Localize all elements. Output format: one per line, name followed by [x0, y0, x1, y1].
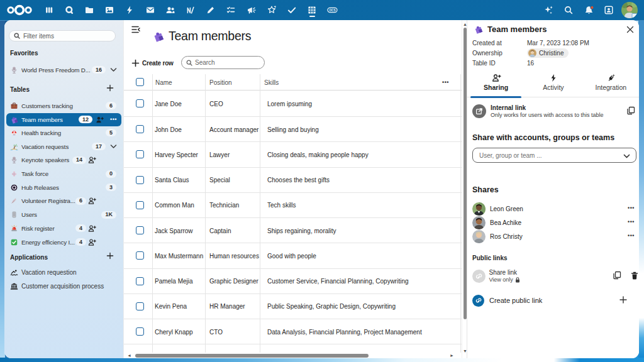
table-row[interactable]: Jack SparrowCaptainShips regaining, mora… [124, 218, 462, 243]
create-public-link-row[interactable]: Create public link [472, 294, 635, 307]
sidebar-item-risk-register[interactable]: Risk register4 [6, 222, 121, 234]
sidebar-toggle-button[interactable] [131, 25, 140, 32]
sidebar-item-customers-tracking[interactable]: Customers tracking6 [6, 99, 121, 112]
row-checkbox[interactable] [136, 251, 144, 260]
share-menu-button[interactable]: ••• [628, 205, 635, 211]
cell-skills[interactable]: Lorem ipsuming [267, 100, 312, 107]
cell-skills[interactable]: Tech skills [267, 202, 296, 209]
horizontal-scroll-thumb[interactable] [135, 354, 369, 358]
photos-icon[interactable] [104, 5, 114, 15]
search-ring-icon[interactable] [64, 5, 74, 15]
pencil-icon[interactable] [206, 5, 216, 15]
select-all-checkbox[interactable] [136, 78, 144, 86]
table-search-input[interactable]: Search [181, 56, 265, 69]
cell-name[interactable]: Cheryl Knapp [155, 328, 193, 335]
column-header-position[interactable]: Position [209, 79, 232, 86]
sparkles-icon[interactable] [544, 5, 554, 15]
cell-name[interactable]: Pamela Mejia [155, 278, 193, 285]
table-row[interactable]: Cheryl KnappCTOData Analysis, Financial … [124, 319, 462, 344]
cell-skills[interactable]: Closing deals, making people happy [267, 151, 369, 158]
table-row[interactable]: Pamela MejiaGraphic DesignerCustomer Ser… [124, 269, 462, 294]
scroll-right-arrow[interactable]: ► [450, 353, 454, 358]
cell-name[interactable]: Santa Claus [155, 177, 189, 184]
row-checkbox[interactable] [136, 277, 144, 285]
table-row[interactable]: Kevin PenaHR ManagerPublic Speaking, Gra… [124, 294, 462, 319]
sidebar-item-world-press-freedom-d[interactable]: World Press Freedom D...16 [6, 63, 121, 76]
cell-name[interactable]: Max Mustermann [155, 252, 203, 259]
row-checkbox[interactable] [136, 302, 144, 310]
cell-skills[interactable]: Public Speaking, Graphic Design, Copywri… [267, 303, 396, 310]
star-sync-icon[interactable] [267, 5, 277, 15]
sidebar-item-customer-acquisition-process[interactable]: Customer acquisition process [6, 280, 121, 293]
chevron-down-icon[interactable] [110, 143, 117, 150]
cell-name[interactable]: Common Man [155, 202, 194, 209]
cell-position[interactable]: Technician [209, 202, 239, 209]
cell-position[interactable]: Account manager [209, 126, 258, 133]
cell-position[interactable]: Graphic Designer [209, 278, 258, 285]
close-panel-button[interactable] [626, 25, 635, 34]
cell-name[interactable]: Jane Doe [155, 100, 182, 107]
create-row-button[interactable]: Create row [131, 55, 174, 71]
sidebar-item-hub-releases[interactable]: Hub Releases3 [6, 181, 121, 194]
cell-name[interactable]: Harvey Specter [155, 151, 198, 158]
cell-position[interactable]: HR Manager [209, 303, 245, 310]
cell-skills[interactable]: Data Analysis, Financial Planning, Proje… [267, 328, 422, 335]
cell-name[interactable]: Kevin Pena [155, 303, 187, 310]
table-row[interactable]: Max MustermannHuman resourcesGood with p… [124, 243, 462, 268]
share-menu-button[interactable]: ••• [628, 233, 635, 239]
contacts-card-icon[interactable] [604, 5, 614, 15]
table-row[interactable]: Santa ClausSpecialChooses the best gifts [124, 168, 462, 193]
row-checkbox[interactable] [136, 201, 144, 209]
check-icon[interactable] [287, 5, 297, 15]
nextcloud-logo[interactable] [6, 3, 33, 17]
table-row[interactable]: Common ManTechnicianTech skills [124, 193, 462, 218]
share-select[interactable]: User, group or team ... [472, 148, 636, 163]
tab-sharing[interactable]: Sharing [467, 72, 525, 97]
cell-name[interactable]: John Doe [155, 126, 182, 133]
sidebar-item-users[interactable]: Users1K [6, 209, 121, 221]
megaphone-icon[interactable] [247, 5, 257, 15]
row-checkbox[interactable] [136, 226, 144, 234]
cell-position[interactable]: Captain [209, 227, 231, 234]
table-options-menu[interactable]: ••• [442, 79, 449, 85]
add-application-button[interactable] [106, 252, 114, 261]
sidebar-item-energy-efficiency-i[interactable]: Energy efficiency I...4 [6, 236, 121, 248]
copy-share-link-button[interactable] [613, 271, 621, 282]
row-checkbox[interactable] [136, 327, 144, 336]
row-checkbox[interactable] [136, 176, 144, 184]
cell-position[interactable]: Lawyer [209, 151, 230, 158]
ocs-badge-icon[interactable]: OCS [327, 5, 337, 15]
sidebar-item-vacation-requestion[interactable]: Vacation requestion [6, 266, 121, 279]
checklist-icon[interactable] [226, 5, 236, 15]
sidebar-item-team-members[interactable]: Team members12••• [6, 113, 121, 126]
cell-skills[interactable]: Chooses the best gifts [267, 177, 330, 184]
cell-skills[interactable]: Good with people [267, 252, 316, 259]
add-table-button[interactable] [106, 84, 114, 93]
sidebar-item-keynote-speakers[interactable]: Keynote speakers14 [6, 154, 121, 167]
cell-position[interactable]: CTO [209, 328, 223, 335]
cell-skills[interactable]: Customer Service, Financial Planning, Co… [267, 278, 409, 285]
table-row[interactable]: Harvey SpecterLawyerClosing deals, makin… [124, 142, 462, 167]
sidebar-item-task-force[interactable]: Task force0 [6, 168, 121, 180]
cell-skills[interactable]: Selling and buying [267, 126, 319, 133]
tab-activity[interactable]: Activity [525, 72, 582, 97]
table-row[interactable]: Jane DoeCEOLorem ipsuming [124, 90, 462, 117]
share-menu-button[interactable]: ••• [628, 219, 635, 225]
cell-position[interactable]: Human resources [209, 252, 259, 259]
share-link-row[interactable]: Share link View only [472, 270, 635, 283]
scroll-left-arrow[interactable]: ◄ [127, 353, 131, 358]
lightning-icon[interactable] [125, 5, 135, 15]
column-header-skills[interactable]: Skills [264, 79, 279, 86]
mail-icon[interactable] [145, 5, 155, 15]
row-checkbox[interactable] [136, 150, 144, 158]
cell-skills[interactable]: Ships regaining, morality [267, 227, 336, 234]
user-avatar[interactable] [621, 2, 638, 18]
table-row[interactable]: John DoeAccount managerSelling and buyin… [124, 117, 462, 142]
row-checkbox[interactable] [136, 99, 144, 107]
news-icon[interactable] [186, 5, 196, 15]
cell-position[interactable]: Special [209, 177, 230, 184]
dashboard-icon[interactable] [44, 5, 54, 15]
delete-share-link-button[interactable] [631, 271, 638, 282]
folder-icon[interactable] [84, 5, 94, 15]
item-menu-button[interactable]: ••• [110, 116, 117, 123]
